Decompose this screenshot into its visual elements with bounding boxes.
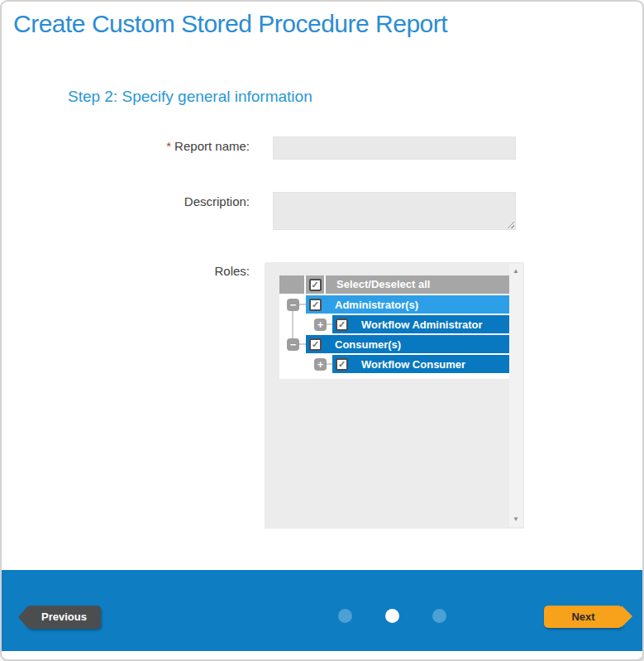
tree-connector-line (327, 323, 332, 325)
tree-row-label: Workflow Administrator (361, 319, 483, 331)
tree-row-label: Consumer(s) (335, 338, 401, 351)
scroll-down-icon[interactable]: ▼ (513, 516, 519, 523)
description-input[interactable] (273, 192, 516, 230)
consumers-checkbox[interactable]: ✓ (309, 338, 322, 351)
administrators-checkbox[interactable]: ✓ (309, 299, 322, 311)
select-all-label: Select/Deselect all (326, 275, 509, 294)
select-all-row[interactable]: ✓ Select/Deselect all (279, 275, 509, 294)
roles-tree: ✓ Select/Deselect all ✓ Administrator(s)… (279, 275, 509, 379)
check-icon: ✓ (312, 300, 319, 309)
tree-row-bar[interactable]: ✓ Consumer(s) (306, 335, 509, 353)
scroll-up-icon[interactable]: ▲ (513, 268, 519, 275)
page-title: Create Custom Stored Procedure Report (13, 10, 447, 38)
description-field-wrap (273, 192, 516, 230)
collapse-icon[interactable]: − (287, 338, 299, 351)
check-icon: ✓ (311, 280, 318, 290)
expand-icon[interactable]: + (314, 358, 327, 371)
pagination-dot-active (385, 609, 399, 623)
header-check-cell: ✓ (306, 275, 324, 294)
step-heading: Step 2: Specify general information (68, 88, 312, 106)
tree-row-label: Administrator(s) (335, 299, 418, 311)
roles-scrollbar[interactable]: ▲ ▼ (509, 264, 522, 527)
select-all-checkbox[interactable]: ✓ (309, 279, 322, 291)
workflow-administrator-checkbox[interactable]: ✓ (336, 319, 348, 331)
roles-label-text: Roles: (214, 264, 250, 278)
wizard-footer: Previous Next (2, 570, 642, 651)
next-button[interactable]: Next (544, 606, 623, 628)
wizard-dialog: Create Custom Stored Procedure Report St… (0, 0, 644, 661)
previous-button[interactable]: Previous (27, 606, 101, 629)
check-icon: ✓ (338, 320, 346, 329)
check-icon: ✓ (338, 360, 346, 369)
tree-connector-line (327, 363, 332, 365)
roles-listbox: ✓ Select/Deselect all ✓ Administrator(s)… (265, 262, 524, 529)
tree-row-label: Workflow Consumer (361, 358, 465, 371)
expand-icon[interactable]: + (314, 319, 327, 331)
roles-label: Roles: (51, 264, 250, 278)
header-blank-cell (279, 275, 304, 294)
tree-connector-line (299, 343, 306, 345)
pagination-dot (432, 609, 446, 623)
required-asterisk: * (166, 139, 171, 153)
collapse-icon[interactable]: − (287, 299, 299, 311)
tree-row-bar[interactable]: ✓ Workflow Administrator (332, 315, 509, 333)
report-name-label: *Report name: (51, 139, 250, 153)
report-name-label-text: Report name: (174, 139, 250, 153)
tree-row-consumers[interactable]: ✓ Consumer(s) (279, 335, 509, 353)
pagination-dot (338, 609, 352, 623)
description-label: Description: (51, 194, 250, 208)
check-icon: ✓ (312, 340, 319, 349)
report-name-input[interactable] (273, 137, 516, 160)
workflow-consumer-checkbox[interactable]: ✓ (336, 358, 348, 371)
tree-row-bar[interactable]: ✓ Workflow Consumer (332, 355, 509, 373)
tree-connector-line (292, 311, 293, 338)
tree-row-administrators[interactable]: ✓ Administrator(s) (279, 295, 509, 314)
tree-row-bar[interactable]: ✓ Administrator(s) (306, 295, 509, 314)
description-label-text: Description: (184, 194, 250, 208)
tree-connector-line (299, 304, 306, 305)
